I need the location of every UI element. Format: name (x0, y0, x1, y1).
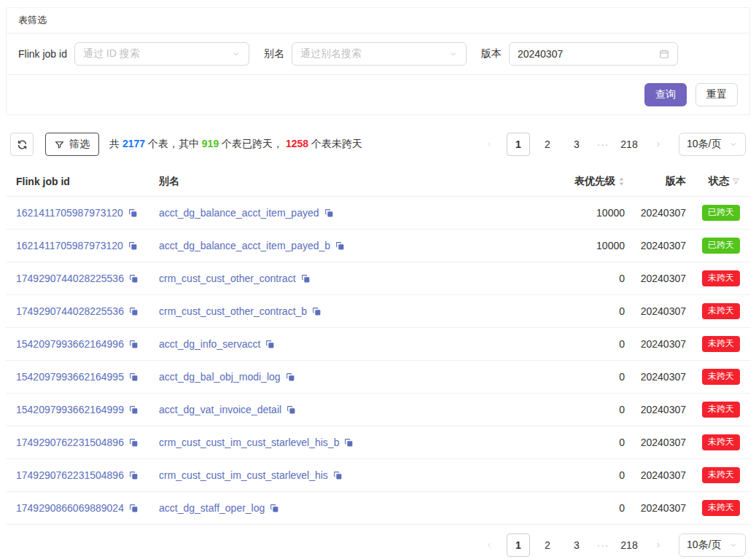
flink-job-id-cell: 1542097993662164996 (16, 338, 159, 350)
page-number-1[interactable]: 1 (507, 133, 530, 156)
copy-icon[interactable] (286, 372, 295, 382)
copy-icon[interactable] (324, 208, 334, 218)
page-number-3[interactable]: 3 (565, 133, 588, 156)
flink-job-id-link[interactable]: 1621411705987973120 (16, 207, 123, 219)
version-value: 20240307 (625, 273, 686, 284)
version-value: 20240307 (625, 437, 686, 448)
page-number-last[interactable]: 218 (617, 533, 641, 557)
copy-icon[interactable] (270, 504, 279, 513)
priority-value: 0 (537, 437, 625, 448)
version-value: 20240307 (625, 371, 686, 383)
alias-link[interactable]: acct_dg_balance_acct_item_payed_b (159, 240, 330, 251)
priority-value: 10000 (537, 240, 625, 251)
page-ellipsis[interactable]: ··· (594, 138, 612, 150)
version-value: 20240307 (518, 48, 563, 60)
alias-cell: crm_cust_cust_other_contract_b (159, 305, 537, 317)
copy-icon[interactable] (129, 307, 139, 316)
pagination-bottom: 1 2 3 ··· 218 10条/页 (478, 533, 746, 557)
copy-icon[interactable] (335, 241, 345, 251)
page-number-2[interactable]: 2 (536, 533, 559, 557)
status-cell: 未跨天 (686, 402, 740, 418)
status-cell: 未跨天 (686, 336, 740, 352)
status-badge: 未跨天 (702, 369, 740, 385)
filter-fields-row: Flink job id 通过 ID 搜索 别名 通过别名搜索 版本 20240… (7, 34, 749, 75)
table-row: 1621411705987973120 acct_dg_balance_acct… (6, 197, 750, 230)
status-badge: 已跨天 (702, 238, 740, 254)
reset-button[interactable]: 重置 (695, 83, 738, 106)
page-size-value: 10条/页 (687, 539, 721, 552)
copy-icon[interactable] (333, 471, 343, 480)
flink-job-id-link[interactable]: 1542097993662164996 (16, 338, 124, 350)
funnel-icon (55, 140, 64, 149)
refresh-icon (17, 139, 28, 150)
page-number-1[interactable]: 1 (507, 533, 530, 557)
alias-link[interactable]: crm_cust_cust_im_cust_starlevel_his_b (159, 437, 339, 448)
alias-link[interactable]: acct_dg_vat_invoice_detail (159, 404, 281, 415)
page-number-3[interactable]: 3 (565, 533, 588, 557)
copy-icon[interactable] (129, 504, 139, 513)
copy-icon[interactable] (129, 405, 139, 415)
version-value: 20240307 (625, 469, 686, 481)
copy-icon[interactable] (301, 274, 311, 284)
next-page-button[interactable] (647, 533, 670, 557)
copy-icon[interactable] (129, 438, 139, 447)
alias-link[interactable]: acct_dg_balance_acct_item_payed (159, 207, 319, 219)
sort-icon[interactable] (618, 176, 625, 187)
alias-link[interactable]: crm_cust_cust_im_cust_starlevel_his (159, 469, 328, 481)
chevron-down-icon (729, 541, 738, 550)
flink-job-id-link[interactable]: 1749290866069889024 (16, 502, 124, 514)
alias-field: 别名 通过别名搜索 (264, 42, 467, 66)
flink-job-id-link[interactable]: 1749290762231504896 (16, 437, 124, 448)
copy-icon[interactable] (265, 340, 275, 349)
copy-icon[interactable] (129, 340, 139, 349)
page-size-value: 10条/页 (687, 138, 721, 151)
alias-link[interactable]: crm_cust_cust_other_contract (159, 273, 296, 284)
flink-job-id-link[interactable]: 1621411705987973120 (16, 240, 123, 251)
flink-job-id-link[interactable]: 1542097993662164999 (16, 404, 124, 415)
flink-job-id-cell: 1749290744028225536 (16, 273, 159, 284)
copy-icon[interactable] (287, 405, 296, 415)
page-ellipsis[interactable]: ··· (594, 539, 612, 551)
alias-select[interactable]: 通过别名搜索 (292, 42, 467, 66)
next-page-button[interactable] (647, 133, 670, 156)
version-date-input[interactable]: 20240307 (509, 42, 678, 66)
flink-job-id-link[interactable]: 1749290744028225536 (16, 305, 124, 317)
header-status-label: 状态 (709, 175, 729, 188)
search-button[interactable]: 查询 (644, 83, 687, 106)
copy-icon[interactable] (344, 438, 354, 447)
alias-label: 别名 (264, 47, 284, 60)
summary-suffix: 个表未跨天 (308, 138, 362, 149)
flink-job-id-link[interactable]: 1749290744028225536 (16, 273, 124, 284)
copy-icon[interactable] (312, 307, 322, 316)
alias-link[interactable]: acct_dg_info_servacct (159, 338, 260, 350)
version-label: 版本 (481, 47, 502, 60)
priority-value: 0 (537, 371, 625, 383)
flink-job-id-link[interactable]: 1749290762231504896 (16, 469, 124, 481)
copy-icon[interactable] (128, 208, 138, 218)
status-cell: 已跨天 (686, 238, 740, 254)
flink-job-id-select[interactable]: 通过 ID 搜索 (74, 42, 249, 66)
flink-job-id-link[interactable]: 1542097993662164995 (16, 371, 124, 383)
page-size-select[interactable]: 10条/页 (679, 133, 746, 156)
page-size-select[interactable]: 10条/页 (679, 533, 746, 557)
status-cell: 未跨天 (686, 467, 740, 483)
copy-icon[interactable] (128, 241, 138, 251)
alias-link[interactable]: acct_dg_bal_obj_modi_log (159, 371, 281, 383)
flink-job-id-cell: 1749290762231504896 (16, 437, 159, 448)
priority-value: 0 (537, 273, 625, 284)
header-alias: 别名 (159, 175, 537, 188)
alias-link[interactable]: acct_dg_staff_oper_log (159, 502, 265, 514)
status-cell: 未跨天 (686, 303, 740, 319)
refresh-button[interactable] (10, 133, 34, 156)
alias-link[interactable]: crm_cust_cust_other_contract_b (159, 305, 307, 317)
page-number-2[interactable]: 2 (536, 133, 559, 156)
flink-job-id-cell: 1749290866069889024 (16, 502, 159, 514)
page-number-last[interactable]: 218 (617, 133, 641, 156)
status-badge: 已跨天 (702, 205, 740, 221)
status-cell: 已跨天 (686, 205, 740, 221)
copy-icon[interactable] (129, 372, 139, 382)
copy-icon[interactable] (129, 274, 139, 284)
copy-icon[interactable] (129, 471, 139, 480)
filter-toggle-button[interactable]: 筛选 (45, 133, 99, 156)
column-filter-icon[interactable] (732, 177, 740, 185)
